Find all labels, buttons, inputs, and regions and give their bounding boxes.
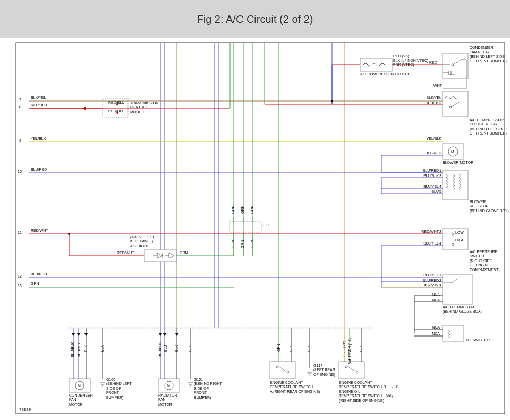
- wire-grn-jc4: GRN: [231, 240, 235, 248]
- wire-red-blu-tcm1: RED/BLU: [108, 100, 124, 105]
- pin-13: 13: [18, 284, 22, 288]
- wire-pnk-vtec: PNK (VTEC): [393, 63, 414, 67]
- wiring-diagram: M M: [0, 38, 510, 420]
- wire-blu-blk-res: BLU/BLK: [420, 174, 439, 178]
- svg-rect-70: [443, 325, 464, 341]
- wire-blk-yel-r: BLK/YEL: [422, 96, 441, 100]
- pin-11: 11: [18, 231, 22, 234]
- ps-low: LOW: [455, 231, 464, 235]
- wire-nca-3: NCA: [425, 325, 440, 330]
- wire-wht-grn-l4: WHT/GRN (L4): [348, 338, 352, 364]
- g100-label: G100 (BEHIND LEFT SIDE OF FRONT BUMPER): [106, 377, 132, 400]
- wire-grn-jc3: GRN: [250, 205, 254, 214]
- ac-compressor-clutch-label: A/C COMPRESSOR CLUTCH: [360, 72, 411, 77]
- wire-blk-cfm: BLK: [84, 345, 88, 352]
- svg-text:M: M: [167, 384, 170, 388]
- wire-blu-red-r1: BLU/RED: [422, 151, 441, 155]
- wire-blk-rfm: BLK: [175, 345, 179, 352]
- wire-blk-g101: BLK: [188, 345, 192, 352]
- wire-red-blu-r: RED/BLU: [422, 101, 441, 105]
- th-3: 3: [439, 284, 441, 288]
- res-1: 1: [439, 169, 441, 173]
- ac-thermostat-label: A/C THERMOSTAT (BEHIND GLOVE BOX): [443, 305, 482, 314]
- wire-yel-blk-9: YEL/BLK: [31, 137, 46, 141]
- svg-rect-49: [230, 222, 261, 232]
- wire-yel-blk-r: YEL/BLK: [422, 137, 441, 141]
- condenser-fan-relay-label: CONDENSER FAN RELAY (BEHIND LEFT SIDE OF…: [470, 46, 507, 64]
- ect-switch-b-label: ENGINE COOLANT TEMPERATURE SWITCH B (L4)…: [339, 381, 399, 403]
- wire-blk-yel-th: BLK/YEL: [420, 284, 439, 288]
- svg-rect-94: [339, 362, 364, 379]
- wire-grn-jc1: GRN: [231, 205, 235, 214]
- res-5: 5: [439, 190, 441, 194]
- wire-red-blu-tcm2: RED/BLU: [108, 109, 124, 113]
- wire-wht: WHT: [430, 83, 442, 88]
- wire-nca-4: NCA: [425, 332, 440, 336]
- svg-rect-50: [144, 250, 176, 262]
- wire-blu-red-res: BLU/RED: [420, 169, 439, 173]
- svg-point-54: [68, 233, 70, 235]
- svg-rect-87: [270, 362, 295, 379]
- ac-diode-label: (ABOVE LEFT KICK PANEL) A/C DIODE: [130, 235, 155, 248]
- wire-blu-blk-rfm: BLU/BLK: [158, 342, 163, 357]
- doc-id: 73939: [19, 407, 31, 413]
- wire-red-top: RED: [429, 61, 437, 65]
- wire-blu-yel-th: BLU/YEL: [420, 273, 439, 278]
- wire-blu-blk-cfm: BLU/BLK: [71, 342, 75, 357]
- tcm-label: TRANSMISSION CONTROL MODULE: [130, 101, 158, 114]
- wire-blk-yel-7: BLK/YEL: [31, 96, 46, 100]
- wire-blk-g114: BLK: [307, 345, 311, 352]
- blower-motor-label: BLOWER MOTOR: [443, 161, 473, 165]
- wire-grn-jc6: GRN: [250, 240, 254, 248]
- wire-blu-red-10: BLU/RED: [31, 167, 47, 172]
- wire-blu-yel-ps: BLU/YEL: [420, 241, 439, 246]
- wire-org-v6: ORG (V6): [342, 341, 346, 357]
- wire-nca-2: NCA: [425, 298, 440, 303]
- svg-text:M: M: [451, 150, 454, 154]
- wire-nca-1: NCA: [425, 292, 440, 297]
- pin-8: 8: [19, 105, 21, 109]
- wire-blu-rfm: BLU: [164, 345, 168, 352]
- wire-grn-ecta: GRN: [277, 343, 281, 352]
- g101-label: G101 (BEHIND RIGHT SIDE OF FRONT BUMPER): [194, 377, 222, 400]
- wire-grn-jc5: GRN: [241, 240, 245, 248]
- jc-label: J/C: [264, 223, 269, 228]
- ac-comp-clutch-relay-label: A/C COMPRESSOR CLUTCH RELAY (BEHIND LEFT…: [470, 118, 507, 136]
- th-1: 1: [439, 273, 441, 278]
- wire-blu-yel-cfm: BLU/YEL: [77, 342, 81, 357]
- g114-label: G114 (LEFT REAR OF ENGINE): [313, 364, 335, 377]
- ps-2: 2: [439, 230, 441, 234]
- wire-blu-red-12: BLU/RED: [31, 272, 47, 276]
- wire-blu-res: BLU: [420, 190, 439, 194]
- wire-grn-13: GRN: [31, 282, 39, 286]
- blower-resistor-label: BLOWER RESISTOR (BEHIND GLOVE BOX): [470, 200, 509, 213]
- ps-high: HIGH: [455, 238, 465, 242]
- pin-12: 12: [18, 274, 22, 278]
- wire-blu-yel-res: BLU/YEL: [420, 184, 439, 189]
- thermistor-label: THERMISTOR: [465, 338, 490, 342]
- wire-blk-ecta: BLK: [289, 345, 293, 352]
- res-4: 4: [439, 184, 441, 189]
- pin-7: 7: [19, 98, 21, 102]
- wire-blu-red-th: BLU/RED: [420, 279, 439, 283]
- condenser-fan-motor-label: CONDENSER FAN MOTOR: [69, 393, 93, 407]
- ect-switch-a-label: ENGINE COOLANT TEMPERATURE SWITCH A (RIG…: [270, 381, 320, 394]
- wire-blk-g100: BLK: [100, 345, 105, 352]
- wire-red-blu-8: RED/BLU: [31, 103, 47, 107]
- wire-red-wht-11: RED/WHT: [31, 229, 48, 233]
- pin-9: 9: [19, 139, 21, 142]
- radiator-fan-motor-label: RADIATOR FAN MOTOR: [158, 393, 177, 407]
- diagram-title: Fig 2: A/C Circuit (2 of 2): [0, 0, 510, 38]
- wire-red-wht-diode: RED/WHT: [117, 251, 134, 255]
- svg-text:M: M: [78, 384, 81, 388]
- wire-blk-ectb: BLK: [359, 345, 363, 352]
- wire-grn-diode: GRN: [180, 251, 188, 255]
- res-2: 2: [439, 174, 441, 178]
- th-2: 2: [439, 279, 441, 283]
- ac-pressure-switch-label: A/C PRESSURE SWITCH (RIGHT SIDE OF ENGIN…: [470, 250, 500, 272]
- svg-point-55: [331, 100, 333, 102]
- pin-10: 10: [18, 170, 22, 173]
- wire-grn-jc2: GRN: [241, 205, 245, 214]
- wire-red-wht-ps: RED/WHT: [420, 230, 439, 234]
- ps-4: 4: [439, 241, 441, 246]
